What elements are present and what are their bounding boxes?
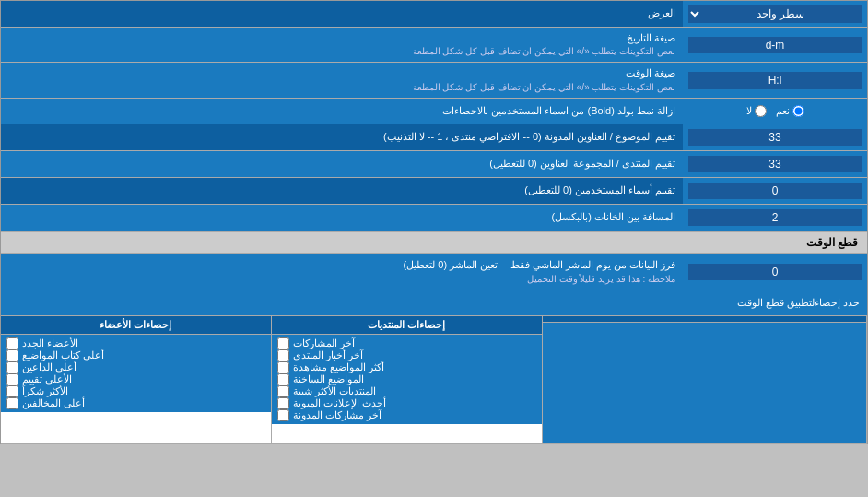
order-forum-label: تقييم المنتدى / المجموعة العناوين (0 للت… [1,151,683,177]
date-format-label: صيغة التاريخ بعض التكوينات يتطلب «/» الت… [1,28,683,62]
display-input-container: سطر واحد سطران ثلاثة أسطر [683,1,867,27]
realtime-fetch-label: فرز البيانات من يوم الماشر الماشي فقط --… [1,254,683,290]
list-item: أحدث الإعلانات المبوبة [277,397,536,409]
col3-header [543,316,866,323]
checkbox-col2-6[interactable] [6,397,18,409]
remove-bold-yes[interactable]: نعم [776,105,804,117]
checkbox-col1-6[interactable] [277,397,289,409]
checkbox-col2-2[interactable] [6,349,18,361]
order-topics-label: تقييم الموضوع / العناوين المدونة (0 -- ا… [1,124,683,150]
display-select[interactable]: سطر واحد سطران ثلاثة أسطر [688,5,862,23]
checkbox-col2-4[interactable] [6,373,18,385]
space-entries-label: المسافة بين الخانات (بالبكسل) [1,205,683,231]
checkbox-col1-1[interactable] [277,337,289,349]
date-format-input-container [683,28,867,62]
space-entries-input-container [683,205,867,231]
realtime-fetch-input[interactable] [688,264,862,280]
checkbox-col2-3[interactable] [6,361,18,373]
checkbox-col1-7[interactable] [277,409,289,421]
list-item: أكثر المواضيع مشاهدة [277,361,536,373]
remove-bold-label: ازالة نمط بولد (Bold) من اسماء المستخدمي… [1,101,683,121]
time-format-label: صيغة الوقت بعض التكوينات يتطلب «/» التي … [1,63,683,97]
order-users-label: تقييم أسماء المستخدمين (0 للتعطيل) [1,178,683,204]
remove-bold-no[interactable]: لا [746,105,767,117]
checkbox-col1-5[interactable] [277,385,289,397]
display-label: العرض [1,1,683,27]
checkbox-col2-1[interactable] [6,337,18,349]
list-item: الأعضاء الجدد [6,337,265,349]
checkbox-col1-4[interactable] [277,373,289,385]
list-item: المواضيع الساخنة [277,373,536,385]
order-topics-input-container [683,124,867,150]
order-users-input-container [683,178,867,204]
col2-items: الأعضاء الجدد أعلى كتاب المواضيع أعلى ال… [1,335,271,412]
list-item: أعلى المخالفين [6,397,265,409]
time-format-input[interactable] [688,72,862,89]
remove-bold-options: نعم لا [683,101,867,121]
col1-header: إحصاءات المنتديات [272,316,542,335]
checkbox-col1-3[interactable] [277,361,289,373]
date-format-input[interactable] [688,37,862,53]
list-item: أعلى كتاب المواضيع [6,349,265,361]
list-item: المنتديات الأكثر شبية [277,385,536,397]
realtime-section-header: قطع الوقت [1,231,867,254]
realtime-fetch-input-container [683,254,867,290]
time-format-input-container [683,63,867,97]
list-item: آخر مشاركات المدونة [277,409,536,421]
list-item: الأكثر شكراً [6,385,265,397]
space-entries-input[interactable] [688,209,862,226]
list-item: آخر أخبار المنتدى [277,349,536,361]
col1-items: آخر المشاركات آخر أخبار المنتدى أكثر الم… [272,335,542,424]
checkbox-col1-2[interactable] [277,349,289,361]
order-forum-input-container [683,151,867,177]
order-forum-input[interactable] [688,156,862,172]
list-item: الأعلى تقييم [6,373,265,385]
order-users-input[interactable] [688,183,862,199]
order-topics-input[interactable] [688,129,862,146]
list-item: آخر المشاركات [277,337,536,349]
checkbox-apply-label: حدد إحصاءلتطبيق قطع الوقت [8,297,860,309]
list-item: أعلى الداعين [6,361,265,373]
col2-header: إحصاءات الأعضاء [1,316,271,335]
checkbox-col2-5[interactable] [6,385,18,397]
